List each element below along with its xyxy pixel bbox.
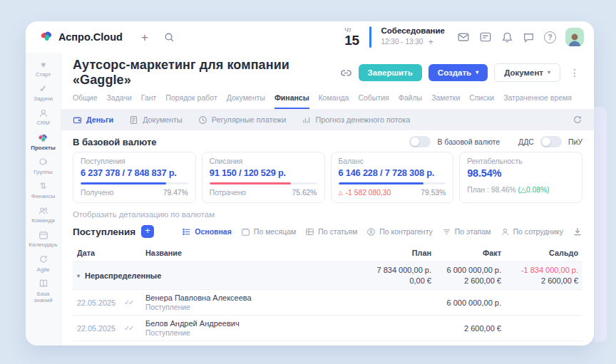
check-icon: ✓ <box>39 83 47 94</box>
subtab-money[interactable]: Деньги <box>73 115 113 125</box>
sidebar-item-finance[interactable]: ⇅ Финансы <box>26 181 61 199</box>
notes-icon[interactable] <box>479 31 492 43</box>
page-title: Аутсорс-маркетинг для компании «Gaggle» <box>73 58 340 88</box>
tab-spiski[interactable]: Списки <box>469 93 494 109</box>
currency-details-link[interactable]: Отобразить детализацию по валютам <box>73 210 582 219</box>
view-main[interactable]: Основная <box>182 227 232 236</box>
sidebar-item-groups[interactable]: Группы <box>26 157 61 175</box>
view-by-stages[interactable]: По этапам <box>442 227 491 236</box>
background-panel-peek <box>594 107 607 342</box>
view-by-items[interactable]: По статьям <box>305 227 357 236</box>
pnl-label: ПиУ <box>568 137 582 146</box>
view-by-months[interactable]: По месяцам <box>241 227 296 236</box>
sidebar-item-agile[interactable]: Agile <box>26 254 61 273</box>
subtab-documents[interactable]: Документы <box>129 115 183 125</box>
sidebar: ♥ Старт ✓ Задачи CRM <box>26 53 61 345</box>
download-icon[interactable] <box>573 227 582 236</box>
help-icon[interactable]: ? <box>544 31 556 43</box>
top-bar: Аспро.Cloud + Чт 15 Собеседование 12:30 … <box>26 21 594 53</box>
add-income-button[interactable]: + <box>141 225 154 238</box>
chat-icon[interactable] <box>523 31 535 43</box>
finance-subtabs: Деньги Документы Регулярные платежи Прог… <box>61 109 594 130</box>
aspro-logo-icon <box>40 29 53 46</box>
delta-badge: (△0.08%) <box>518 185 550 194</box>
tab-sobytiya[interactable]: События <box>358 93 389 109</box>
tab-finansy[interactable]: Финансы <box>274 93 309 109</box>
projects-logo-icon <box>38 132 48 143</box>
tab-obshchie[interactable]: Общие <box>73 93 98 109</box>
agile-loop-icon <box>38 254 48 265</box>
calendar-date[interactable]: Чт 15 <box>344 27 359 48</box>
row-date-link[interactable]: 22.05.2025 <box>77 298 115 307</box>
event-accent-bar <box>369 26 371 48</box>
tab-dokumenty[interactable]: Документы <box>227 93 265 109</box>
progress-bar <box>81 182 188 184</box>
base-currency-toggle-label: В базовой валюте <box>437 137 500 146</box>
table-header: Дата Название План Факт Сальдо <box>73 244 582 262</box>
create-button[interactable]: Создать ▾ <box>428 64 488 81</box>
event-time: 12:30 - 13:30 <box>381 38 423 46</box>
sidebar-item-calendar[interactable]: Календарь <box>26 229 61 248</box>
transfers-icon: ⇅ <box>39 181 46 192</box>
add-event-button[interactable]: + <box>428 36 433 48</box>
refresh-icon[interactable] <box>573 115 582 125</box>
kpi-card-profitability[interactable]: Рентабельность 98.54% План : 98.46% (△0.… <box>459 152 582 203</box>
tab-zadachi[interactable]: Задачи <box>107 93 132 109</box>
incomes-section-title: Поступления <box>73 227 135 237</box>
progress-bar <box>210 182 317 184</box>
double-check-icon: ✓✓ <box>124 298 133 306</box>
complete-button[interactable]: Завершить <box>359 64 422 81</box>
tab-zatrachennoe-vremya[interactable]: Затраченное время <box>503 93 572 109</box>
table-row[interactable]: 22.05.2025 ✓✓ Белов Андрей Андреевич Пос… <box>73 316 582 341</box>
kpi-card-balance[interactable]: Баланс 6 146 228 / 7 728 308 р. △ -1 582… <box>331 152 454 203</box>
table-row[interactable]: 22.05.2025 ✓✓ Венера Павловна Алексеева … <box>73 290 582 316</box>
vat-pnl-toggle[interactable] <box>540 136 562 147</box>
more-menu-icon[interactable]: ⋮ <box>567 67 582 78</box>
sidebar-item-projects[interactable]: Проекты <box>26 132 61 151</box>
document-button[interactable]: Документ ▾ <box>494 63 560 82</box>
book-icon <box>38 279 48 289</box>
copy-link-icon[interactable] <box>340 67 352 79</box>
sidebar-item-tasks[interactable]: ✓ Задачи <box>26 83 61 102</box>
person-icon <box>38 108 48 118</box>
calendar-icon <box>38 229 48 240</box>
tab-zametki[interactable]: Заметки <box>431 93 460 109</box>
sidebar-item-crm[interactable]: CRM <box>26 108 61 126</box>
view-by-counterparty[interactable]: По контрагенту <box>366 227 433 236</box>
row-date-link[interactable]: 22.05.2025 <box>77 324 115 333</box>
sidebar-item-knowledge-base[interactable]: База знаний <box>26 279 61 303</box>
upcoming-event[interactable]: Собеседование 12:30 - 13:30 + <box>381 26 445 47</box>
brand[interactable]: Аспро.Cloud <box>40 29 123 46</box>
incomes-table: Дата Название План Факт Сальдо ▾ Нераспр… <box>73 244 582 345</box>
sidebar-item-start[interactable]: ♥ Старт <box>26 59 61 78</box>
chevron-down-icon: ▾ <box>548 70 550 76</box>
view-by-employee[interactable]: По сотруднику <box>500 227 563 236</box>
table-row[interactable]: 06.06.2025 Счёт #000281 от 22.05.2025 7 … <box>73 341 582 345</box>
bell-icon[interactable] <box>501 31 513 43</box>
team-icon <box>38 205 48 216</box>
table-group-row[interactable]: ▾ Нераспределенные 7 834 000,00 р. 0,00 … <box>73 262 582 290</box>
avatar[interactable] <box>565 28 584 46</box>
collapse-icon[interactable]: ▾ <box>77 273 80 279</box>
warning-triangle-icon: △ <box>339 189 343 196</box>
subtab-recurring-payments[interactable]: Регулярные платежи <box>198 115 287 125</box>
tab-poryadok-rabot[interactable]: Порядок работ <box>165 93 217 109</box>
project-tabs: Общие Задачи Гант Порядок работ Документ… <box>73 93 582 109</box>
sidebar-item-team[interactable]: Команда <box>26 205 61 224</box>
calendar-day: 15 <box>344 33 359 47</box>
tab-gant[interactable]: Гант <box>141 93 157 109</box>
page-header: Аутсорс-маркетинг для компании «Gaggle» … <box>61 53 594 109</box>
search-icon[interactable] <box>164 32 175 43</box>
tab-komanda[interactable]: Команда <box>319 93 349 109</box>
calendar-weekday: Чт <box>344 27 359 33</box>
base-currency-toggle[interactable] <box>409 136 431 147</box>
subtab-cashflow-forecast[interactable]: Прогноз денежного потока <box>302 115 410 125</box>
quick-add-button[interactable]: + <box>141 31 148 43</box>
app-window: Аспро.Cloud + Чт 15 Собеседование 12:30 … <box>26 21 594 345</box>
kpi-card-expenses[interactable]: Списания 91 150 / 120 529 р. Потрачено 7… <box>202 152 325 203</box>
base-currency-header: В базовой валюте <box>73 137 157 147</box>
kpi-card-incomes[interactable]: Поступления 6 237 378 / 7 848 837 р. Пол… <box>73 152 196 203</box>
mail-icon[interactable] <box>457 31 470 43</box>
tab-faily[interactable]: Файлы <box>399 93 422 109</box>
groups-icon <box>38 157 48 167</box>
